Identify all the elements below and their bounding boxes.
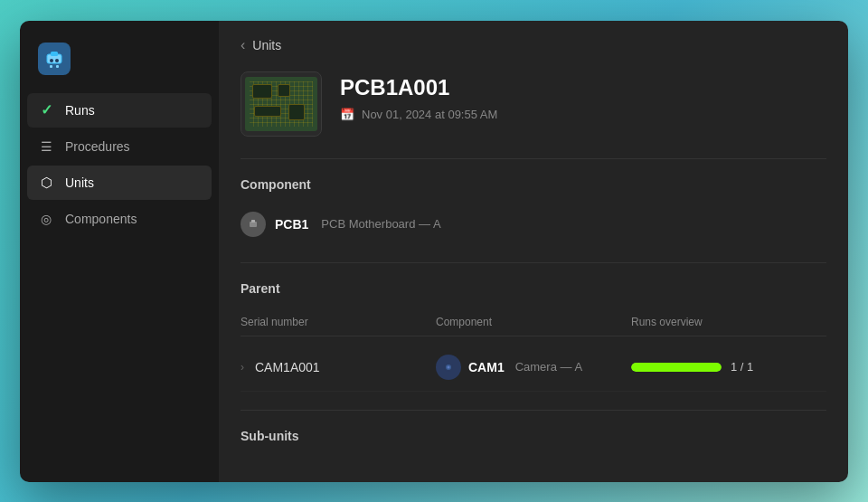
sidebar-item-components-label: Components	[65, 212, 137, 226]
parent-section: Parent Serial number Component Runs over…	[219, 281, 848, 410]
unit-header: PCB1A001 📅 Nov 01, 2024 at 09:55 AM	[219, 64, 848, 158]
app-window: Runs Procedures Units Components ‹ Units	[20, 21, 848, 482]
sidebar-item-runs-label: Runs	[65, 103, 95, 118]
component-row: PCB1 PCB Motherboard — A	[241, 204, 826, 244]
pcb-image	[245, 77, 317, 131]
svg-rect-4	[50, 65, 52, 68]
table-row[interactable]: › CAM1A001 CAM1 Camera — A	[241, 344, 826, 392]
svg-point-2	[50, 59, 53, 62]
back-arrow-icon: ‹	[241, 37, 245, 53]
list-icon	[38, 138, 54, 155]
divider-1	[241, 158, 826, 159]
cam-icon	[436, 355, 461, 380]
component-name: PCB1	[275, 217, 308, 232]
main-content: ‹ Units PCB1A001 📅 Nov 01, 2024 at 09:55…	[219, 21, 848, 482]
component-icon	[38, 211, 54, 227]
cell-serial-number: › CAM1A001	[241, 360, 436, 374]
component-description: PCB Motherboard — A	[321, 217, 440, 231]
sidebar-item-units-label: Units	[65, 175, 94, 190]
breadcrumb: ‹ Units	[219, 21, 848, 64]
sidebar-item-procedures-label: Procedures	[65, 139, 130, 154]
table-header: Serial number Component Runs overview	[241, 308, 826, 336]
sidebar-navigation: Runs Procedures Units Components	[20, 93, 219, 236]
check-icon	[38, 102, 54, 118]
serial-number-value: CAM1A001	[255, 360, 320, 374]
sidebar-item-units[interactable]: Units	[27, 166, 212, 200]
pcb-chip-4	[288, 104, 305, 120]
pcb-chip-2	[278, 84, 290, 97]
unit-date-text: Nov 01, 2024 at 09:55 AM	[362, 108, 497, 121]
divider-3	[241, 410, 826, 411]
unit-date-row: 📅 Nov 01, 2024 at 09:55 AM	[340, 108, 497, 121]
svg-point-3	[55, 59, 59, 62]
progress-bar-container: 1 / 1	[631, 360, 753, 374]
unit-info: PCB1A001 📅 Nov 01, 2024 at 09:55 AM	[340, 71, 497, 121]
svg-rect-1	[51, 52, 58, 56]
sub-units-title: Sub-units	[241, 429, 826, 443]
sidebar-logo	[20, 35, 219, 93]
cell-runs: 1 / 1	[631, 360, 826, 374]
unit-title: PCB1A001	[340, 75, 497, 100]
progress-label: 1 / 1	[731, 360, 753, 374]
sidebar-item-runs[interactable]: Runs	[27, 93, 212, 128]
pcb-chip-3	[254, 106, 281, 117]
col-runs-overview: Runs overview	[631, 316, 826, 328]
cell-component: CAM1 Camera — A	[436, 355, 631, 380]
parent-component-desc: Camera — A	[515, 360, 582, 374]
sidebar: Runs Procedures Units Components	[20, 21, 219, 482]
cube-icon	[38, 175, 54, 191]
parent-component-name: CAM1	[468, 360, 505, 374]
component-avatar	[241, 212, 266, 237]
parent-section-title: Parent	[241, 281, 826, 296]
progress-bar-fill	[631, 363, 722, 372]
divider-2	[241, 262, 826, 263]
progress-bar-background	[631, 363, 722, 372]
component-section: Component PCB1 PCB Motherboard — A	[219, 177, 848, 262]
sidebar-item-components[interactable]: Components	[27, 202, 212, 236]
svg-rect-8	[251, 220, 255, 223]
unit-thumbnail	[241, 71, 322, 137]
svg-rect-5	[56, 65, 59, 68]
col-component: Component	[436, 316, 631, 328]
breadcrumb-units-link[interactable]: Units	[252, 38, 281, 52]
svg-point-11	[448, 365, 450, 368]
component-section-title: Component	[241, 177, 826, 192]
app-logo	[38, 43, 71, 75]
sidebar-item-procedures[interactable]: Procedures	[27, 129, 212, 164]
sub-units-section: Sub-units	[219, 429, 848, 474]
col-serial-number: Serial number	[241, 316, 436, 328]
row-expand-icon: ›	[241, 361, 244, 374]
calendar-icon: 📅	[340, 108, 354, 121]
pcb-chip-1	[252, 84, 272, 99]
